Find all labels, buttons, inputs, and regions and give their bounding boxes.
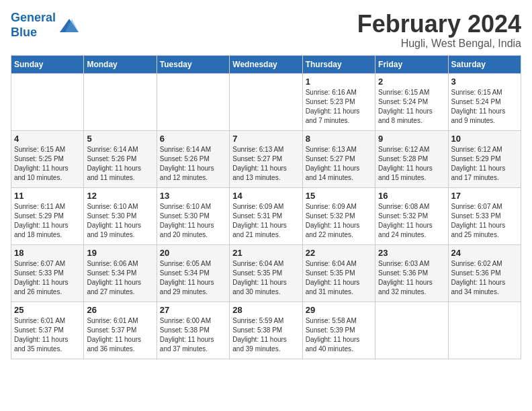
calendar-cell: 7Sunrise: 6:13 AM Sunset: 5:27 PM Daylig… [230, 130, 302, 187]
day-info: Sunrise: 5:59 AM Sunset: 5:38 PM Dayligh… [232, 316, 299, 354]
day-info: Sunrise: 6:13 AM Sunset: 5:27 PM Dayligh… [306, 145, 372, 183]
calendar-cell [448, 302, 521, 359]
calendar-cell [230, 73, 302, 130]
calendar-week-3: 11Sunrise: 6:11 AM Sunset: 5:29 PM Dayli… [11, 187, 521, 244]
day-info: Sunrise: 6:07 AM Sunset: 5:33 PM Dayligh… [451, 202, 518, 240]
calendar-body: 1Sunrise: 6:16 AM Sunset: 5:23 PM Daylig… [11, 73, 521, 359]
day-info: Sunrise: 6:12 AM Sunset: 5:29 PM Dayligh… [451, 145, 518, 183]
day-info: Sunrise: 6:15 AM Sunset: 5:25 PM Dayligh… [14, 145, 81, 183]
calendar-cell: 4Sunrise: 6:15 AM Sunset: 5:25 PM Daylig… [11, 130, 84, 187]
calendar-week-2: 4Sunrise: 6:15 AM Sunset: 5:25 PM Daylig… [11, 130, 521, 187]
calendar-cell: 27Sunrise: 6:00 AM Sunset: 5:38 PM Dayli… [157, 302, 229, 359]
calendar-cell: 22Sunrise: 6:04 AM Sunset: 5:35 PM Dayli… [302, 244, 375, 302]
calendar-cell: 20Sunrise: 6:05 AM Sunset: 5:34 PM Dayli… [157, 244, 229, 302]
day-header-sunday: Sunday [11, 55, 84, 73]
day-number: 23 [378, 248, 445, 258]
day-number: 11 [14, 191, 81, 201]
logo-text: General Blue [11, 11, 56, 40]
calendar-cell [11, 73, 84, 130]
calendar-cell: 23Sunrise: 6:03 AM Sunset: 5:36 PM Dayli… [375, 244, 448, 302]
day-info: Sunrise: 6:09 AM Sunset: 5:32 PM Dayligh… [306, 202, 372, 240]
calendar-cell: 5Sunrise: 6:14 AM Sunset: 5:26 PM Daylig… [84, 130, 157, 187]
day-header-saturday: Saturday [448, 55, 521, 73]
day-info: Sunrise: 6:13 AM Sunset: 5:27 PM Dayligh… [232, 145, 299, 183]
day-number: 29 [306, 305, 372, 315]
day-header-friday: Friday [375, 55, 448, 73]
calendar-cell: 18Sunrise: 6:07 AM Sunset: 5:33 PM Dayli… [11, 244, 84, 302]
day-info: Sunrise: 6:12 AM Sunset: 5:28 PM Dayligh… [378, 145, 445, 183]
day-number: 26 [87, 305, 153, 315]
day-info: Sunrise: 6:07 AM Sunset: 5:33 PM Dayligh… [14, 259, 81, 297]
day-number: 25 [14, 305, 81, 315]
day-info: Sunrise: 6:02 AM Sunset: 5:36 PM Dayligh… [451, 259, 518, 297]
page-header: General Blue February 2024 Hugli, West B… [11, 11, 521, 50]
title-block: February 2024 Hugli, West Bengal, India [357, 11, 521, 50]
calendar-cell: 16Sunrise: 6:08 AM Sunset: 5:32 PM Dayli… [375, 187, 448, 244]
day-number: 15 [306, 191, 372, 201]
calendar-cell: 8Sunrise: 6:13 AM Sunset: 5:27 PM Daylig… [302, 130, 375, 187]
calendar-header: SundayMondayTuesdayWednesdayThursdayFrid… [11, 55, 521, 73]
calendar-week-1: 1Sunrise: 6:16 AM Sunset: 5:23 PM Daylig… [11, 73, 521, 130]
day-number: 3 [451, 77, 518, 87]
day-info: Sunrise: 6:15 AM Sunset: 5:24 PM Dayligh… [378, 88, 445, 126]
day-info: Sunrise: 6:00 AM Sunset: 5:38 PM Dayligh… [160, 316, 226, 354]
day-header-monday: Monday [84, 55, 157, 73]
day-header-thursday: Thursday [302, 55, 375, 73]
calendar-cell: 10Sunrise: 6:12 AM Sunset: 5:29 PM Dayli… [448, 130, 521, 187]
day-info: Sunrise: 6:01 AM Sunset: 5:37 PM Dayligh… [14, 316, 81, 354]
calendar-cell [157, 73, 229, 130]
day-info: Sunrise: 6:05 AM Sunset: 5:34 PM Dayligh… [160, 259, 226, 297]
day-number: 20 [160, 248, 226, 258]
calendar-cell: 21Sunrise: 6:04 AM Sunset: 5:35 PM Dayli… [230, 244, 302, 302]
calendar-cell: 19Sunrise: 6:06 AM Sunset: 5:34 PM Dayli… [84, 244, 157, 302]
calendar-cell: 29Sunrise: 5:58 AM Sunset: 5:39 PM Dayli… [302, 302, 375, 359]
day-info: Sunrise: 6:03 AM Sunset: 5:36 PM Dayligh… [378, 259, 445, 297]
day-number: 27 [160, 305, 226, 315]
day-number: 7 [232, 134, 299, 144]
calendar-cell [84, 73, 157, 130]
day-number: 16 [378, 191, 445, 201]
logo-line2: Blue [11, 26, 37, 39]
calendar-cell: 25Sunrise: 6:01 AM Sunset: 5:37 PM Dayli… [11, 302, 84, 359]
calendar-cell [375, 302, 448, 359]
logo-line1: General [11, 11, 56, 24]
day-number: 18 [14, 248, 81, 258]
calendar-week-4: 18Sunrise: 6:07 AM Sunset: 5:33 PM Dayli… [11, 244, 521, 302]
day-info: Sunrise: 6:11 AM Sunset: 5:29 PM Dayligh… [14, 202, 81, 240]
day-info: Sunrise: 6:04 AM Sunset: 5:35 PM Dayligh… [306, 259, 372, 297]
day-number: 8 [306, 134, 372, 144]
calendar-cell: 28Sunrise: 5:59 AM Sunset: 5:38 PM Dayli… [230, 302, 302, 359]
day-info: Sunrise: 6:14 AM Sunset: 5:26 PM Dayligh… [87, 145, 153, 183]
calendar-cell: 1Sunrise: 6:16 AM Sunset: 5:23 PM Daylig… [302, 73, 375, 130]
location-title: Hugli, West Bengal, India [357, 38, 521, 50]
day-number: 9 [378, 134, 445, 144]
calendar-cell: 15Sunrise: 6:09 AM Sunset: 5:32 PM Dayli… [302, 187, 375, 244]
day-number: 1 [306, 77, 372, 87]
day-info: Sunrise: 6:01 AM Sunset: 5:37 PM Dayligh… [87, 316, 153, 354]
day-number: 22 [306, 248, 372, 258]
month-title: February 2024 [357, 11, 521, 38]
day-number: 13 [160, 191, 226, 201]
day-info: Sunrise: 6:04 AM Sunset: 5:35 PM Dayligh… [232, 259, 299, 297]
day-number: 2 [378, 77, 445, 87]
day-header-wednesday: Wednesday [230, 55, 302, 73]
day-info: Sunrise: 6:10 AM Sunset: 5:30 PM Dayligh… [160, 202, 226, 240]
day-number: 24 [451, 248, 518, 258]
day-number: 17 [451, 191, 518, 201]
day-header-tuesday: Tuesday [157, 55, 229, 73]
calendar-week-5: 25Sunrise: 6:01 AM Sunset: 5:37 PM Dayli… [11, 302, 521, 359]
day-info: Sunrise: 6:16 AM Sunset: 5:23 PM Dayligh… [306, 88, 372, 126]
logo-icon [58, 17, 80, 34]
day-number: 4 [14, 134, 81, 144]
day-info: Sunrise: 6:14 AM Sunset: 5:26 PM Dayligh… [160, 145, 226, 183]
calendar-cell: 9Sunrise: 6:12 AM Sunset: 5:28 PM Daylig… [375, 130, 448, 187]
day-number: 21 [232, 248, 299, 258]
calendar-cell: 24Sunrise: 6:02 AM Sunset: 5:36 PM Dayli… [448, 244, 521, 302]
day-info: Sunrise: 6:08 AM Sunset: 5:32 PM Dayligh… [378, 202, 445, 240]
day-number: 5 [87, 134, 153, 144]
calendar-cell: 13Sunrise: 6:10 AM Sunset: 5:30 PM Dayli… [157, 187, 229, 244]
day-number: 10 [451, 134, 518, 144]
day-number: 19 [87, 248, 153, 258]
day-info: Sunrise: 6:09 AM Sunset: 5:31 PM Dayligh… [232, 202, 299, 240]
day-number: 6 [160, 134, 226, 144]
